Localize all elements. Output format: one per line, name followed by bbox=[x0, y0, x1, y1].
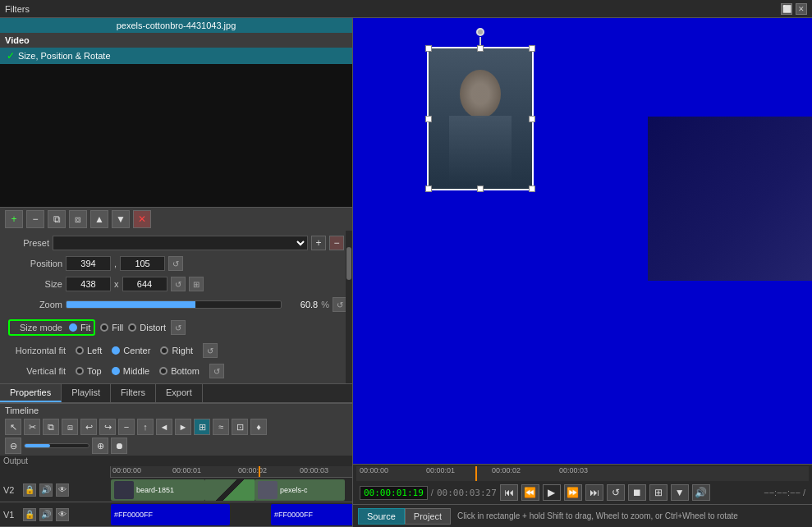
close-filter-button[interactable]: ✕ bbox=[133, 210, 151, 228]
hfit-left[interactable]: Left bbox=[76, 346, 102, 355]
loop-button[interactable]: ↺ bbox=[607, 484, 625, 501]
vol-button[interactable]: 🔊 bbox=[692, 484, 710, 501]
center-radio[interactable] bbox=[112, 346, 120, 355]
preview-image-container[interactable] bbox=[427, 47, 534, 190]
tab-properties[interactable]: Properties bbox=[0, 384, 62, 402]
tl-copy-tool[interactable]: ⧉ bbox=[43, 419, 59, 435]
add-filter-button[interactable]: + bbox=[5, 210, 23, 228]
fit-radio[interactable] bbox=[69, 323, 77, 332]
handle-bl[interactable] bbox=[425, 186, 432, 192]
right-radio[interactable] bbox=[160, 346, 168, 355]
handle-tr[interactable] bbox=[529, 45, 535, 52]
hfit-reset[interactable]: ↺ bbox=[203, 343, 218, 358]
position-y-input[interactable] bbox=[120, 256, 165, 271]
handle-tl[interactable] bbox=[425, 45, 432, 52]
tl-select-tool[interactable]: ↖ bbox=[5, 419, 21, 435]
tab-filters[interactable]: Filters bbox=[111, 384, 156, 402]
handle-bm[interactable] bbox=[477, 186, 484, 192]
size-mode-reset[interactable]: ↺ bbox=[171, 320, 186, 335]
v1-audio-icon[interactable]: 🔊 bbox=[39, 508, 53, 521]
v2-eye-icon[interactable]: 👁 bbox=[56, 483, 69, 497]
size-reset-button[interactable]: ↺ bbox=[171, 277, 186, 291]
vfit-top[interactable]: Top bbox=[76, 366, 102, 376]
v1-clip-2[interactable]: #FF0000FF bbox=[271, 504, 352, 525]
v1-lock-icon[interactable]: 🔒 bbox=[23, 508, 36, 521]
size-mode-fill[interactable]: Fill bbox=[100, 323, 123, 332]
hfit-right[interactable]: Right bbox=[160, 346, 193, 355]
vfit-middle[interactable]: Middle bbox=[112, 366, 149, 376]
stop-button[interactable]: ⏹ bbox=[628, 484, 646, 501]
preset-add-button[interactable]: + bbox=[311, 236, 326, 250]
vfit-reset[interactable]: ↺ bbox=[209, 364, 224, 378]
left-radio[interactable] bbox=[76, 346, 84, 355]
tl-snap-tool[interactable]: ⊞ bbox=[194, 419, 210, 435]
bottom-radio[interactable] bbox=[159, 367, 167, 375]
next-frame-button[interactable]: ⏩ bbox=[564, 484, 582, 501]
scrollbar-thumb[interactable] bbox=[346, 247, 351, 280]
tl-prev-tool[interactable]: ◄ bbox=[156, 419, 172, 435]
tl-paste-tool[interactable]: ⧇ bbox=[62, 419, 78, 435]
size-w-input[interactable] bbox=[66, 277, 111, 291]
tl-next-tool[interactable]: ► bbox=[175, 419, 191, 435]
grid-button[interactable]: ⊞ bbox=[649, 484, 667, 501]
tl-record-btn[interactable]: ⏺ bbox=[111, 438, 127, 454]
tl-razor-tool[interactable]: ✂ bbox=[24, 419, 40, 435]
v2-audio-icon[interactable]: 🔊 bbox=[39, 483, 53, 497]
project-button[interactable]: Project bbox=[405, 508, 451, 525]
handle-rm[interactable] bbox=[529, 116, 535, 122]
size-mode-fit[interactable]: Fit bbox=[69, 323, 90, 332]
hfit-center[interactable]: Center bbox=[112, 346, 150, 355]
tl-zoom-out-btn[interactable]: ⊖ bbox=[5, 438, 21, 454]
position-x-input[interactable] bbox=[66, 256, 111, 271]
down-filter-button[interactable]: ▼ bbox=[112, 210, 130, 228]
play-button[interactable]: ▶ bbox=[543, 484, 561, 501]
tl-zoom-in-btn[interactable]: ⊕ bbox=[92, 438, 108, 454]
zoom-slider[interactable] bbox=[66, 300, 282, 309]
tl-scene-tool[interactable]: ⊡ bbox=[232, 419, 248, 435]
v2-clip-1[interactable]: beard-1851 bbox=[111, 479, 205, 501]
tab-playlist[interactable]: Playlist bbox=[62, 384, 111, 402]
v2-clip-2[interactable]: pexels-c bbox=[255, 479, 345, 501]
size-mode-distort[interactable]: Distort bbox=[128, 323, 166, 332]
maximize-button[interactable]: ⬜ bbox=[781, 3, 792, 15]
position-reset-button[interactable]: ↺ bbox=[168, 256, 183, 271]
v1-eye-icon[interactable]: 👁 bbox=[56, 508, 69, 521]
prev-frame-button[interactable]: ⏪ bbox=[521, 484, 539, 501]
properties-scrollbar[interactable] bbox=[346, 231, 352, 383]
distort-radio[interactable] bbox=[128, 323, 136, 332]
tl-append-tool[interactable]: ↩ bbox=[80, 419, 97, 435]
top-radio[interactable] bbox=[76, 367, 84, 375]
size-link-button[interactable]: ⊞ bbox=[189, 277, 204, 291]
remove-filter-button[interactable]: − bbox=[26, 210, 44, 228]
filter-item[interactable]: ✓ Size, Position & Rotate bbox=[0, 48, 352, 64]
vfit-bottom[interactable]: Bottom bbox=[159, 366, 200, 376]
tl-insert-tool[interactable]: ↪ bbox=[99, 419, 116, 435]
copy-filter-button[interactable]: ⧉ bbox=[48, 210, 66, 228]
skip-end-button[interactable]: ⏭ bbox=[585, 484, 603, 501]
source-button[interactable]: Source bbox=[358, 508, 405, 525]
up-filter-button[interactable]: ▲ bbox=[90, 210, 108, 228]
tl-remove-tool[interactable]: − bbox=[118, 419, 135, 435]
tl-lift-tool[interactable]: ↑ bbox=[137, 419, 154, 435]
middle-radio[interactable] bbox=[112, 367, 120, 375]
close-button[interactable]: ✕ bbox=[796, 3, 807, 15]
tl-marker-tool[interactable]: ♦ bbox=[250, 419, 267, 435]
v2-lock-icon[interactable]: 🔒 bbox=[23, 483, 36, 497]
v1-clip-1[interactable]: #FF0000FF bbox=[111, 504, 230, 525]
rotation-handle[interactable] bbox=[476, 28, 484, 36]
handle-lm[interactable] bbox=[425, 116, 432, 122]
preset-delete-button[interactable]: − bbox=[329, 236, 344, 250]
preset-select[interactable] bbox=[53, 236, 308, 250]
handle-br[interactable] bbox=[529, 186, 535, 192]
fill-radio[interactable] bbox=[100, 323, 108, 332]
handle-tm[interactable] bbox=[477, 45, 484, 52]
options-button[interactable]: ▼ bbox=[671, 484, 689, 501]
vfit-label: Vertical fit bbox=[8, 366, 66, 376]
tl-ripple-tool[interactable]: ≈ bbox=[213, 419, 229, 435]
timeline-zoom-slider[interactable] bbox=[24, 443, 89, 448]
size-h-input[interactable] bbox=[122, 277, 167, 291]
tab-export[interactable]: Export bbox=[156, 384, 203, 402]
skip-start-button[interactable]: ⏮ bbox=[500, 484, 518, 501]
paste-filter-button[interactable]: ⧇ bbox=[69, 210, 87, 228]
timecode-display[interactable]: 00:00:01:19 bbox=[360, 486, 428, 500]
